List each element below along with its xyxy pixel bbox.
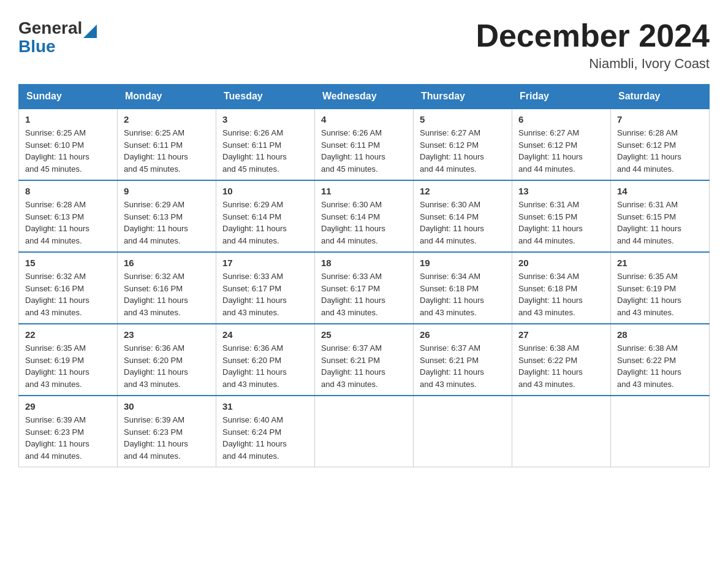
day-info: Sunrise: 6:39 AM Sunset: 6:23 PM Dayligh… <box>25 414 111 462</box>
day-info: Sunrise: 6:25 AM Sunset: 6:10 PM Dayligh… <box>25 127 111 175</box>
day-info: Sunrise: 6:35 AM Sunset: 6:19 PM Dayligh… <box>25 342 111 390</box>
calendar-cell <box>414 396 512 467</box>
day-number: 22 <box>25 329 111 340</box>
day-number: 14 <box>617 186 703 196</box>
page-header: General Blue December 2024 Niambli, Ivor… <box>18 18 710 72</box>
day-number: 16 <box>124 258 210 268</box>
day-info: Sunrise: 6:40 AM Sunset: 6:24 PM Dayligh… <box>222 414 308 462</box>
day-info: Sunrise: 6:38 AM Sunset: 6:22 PM Dayligh… <box>518 342 604 390</box>
day-info: Sunrise: 6:27 AM Sunset: 6:12 PM Dayligh… <box>518 127 604 175</box>
day-number: 1 <box>25 114 111 124</box>
col-wednesday: Wednesday <box>315 85 414 109</box>
calendar-cell <box>611 396 710 467</box>
calendar-cell: 3 Sunrise: 6:26 AM Sunset: 6:11 PM Dayli… <box>216 109 315 180</box>
day-info: Sunrise: 6:38 AM Sunset: 6:22 PM Dayligh… <box>617 342 703 390</box>
day-number: 12 <box>420 186 506 196</box>
calendar-cell: 29 Sunrise: 6:39 AM Sunset: 6:23 PM Dayl… <box>19 396 118 467</box>
col-thursday: Thursday <box>414 85 512 109</box>
day-info: Sunrise: 6:37 AM Sunset: 6:21 PM Dayligh… <box>321 342 407 390</box>
day-number: 5 <box>420 114 506 124</box>
day-info: Sunrise: 6:36 AM Sunset: 6:20 PM Dayligh… <box>124 342 210 390</box>
calendar-cell: 16 Sunrise: 6:32 AM Sunset: 6:16 PM Dayl… <box>118 252 216 324</box>
calendar-cell: 20 Sunrise: 6:34 AM Sunset: 6:18 PM Dayl… <box>512 252 611 324</box>
calendar-cell: 13 Sunrise: 6:31 AM Sunset: 6:15 PM Dayl… <box>512 180 611 252</box>
calendar-cell: 12 Sunrise: 6:30 AM Sunset: 6:14 PM Dayl… <box>414 180 512 252</box>
calendar-cell: 31 Sunrise: 6:40 AM Sunset: 6:24 PM Dayl… <box>216 396 315 467</box>
calendar-week-row: 8 Sunrise: 6:28 AM Sunset: 6:13 PM Dayli… <box>19 180 710 252</box>
day-info: Sunrise: 6:27 AM Sunset: 6:12 PM Dayligh… <box>420 127 506 175</box>
day-number: 29 <box>25 401 111 412</box>
day-number: 28 <box>617 329 703 340</box>
calendar-table: Sunday Monday Tuesday Wednesday Thursday… <box>18 84 710 467</box>
day-number: 3 <box>222 114 308 124</box>
day-number: 9 <box>124 186 210 196</box>
day-info: Sunrise: 6:26 AM Sunset: 6:11 PM Dayligh… <box>222 127 308 175</box>
day-number: 27 <box>518 329 604 340</box>
day-info: Sunrise: 6:28 AM Sunset: 6:12 PM Dayligh… <box>617 127 703 175</box>
day-number: 31 <box>222 401 308 412</box>
day-number: 24 <box>222 329 308 340</box>
day-number: 26 <box>420 329 506 340</box>
day-info: Sunrise: 6:29 AM Sunset: 6:13 PM Dayligh… <box>124 199 210 247</box>
calendar-cell: 21 Sunrise: 6:35 AM Sunset: 6:19 PM Dayl… <box>611 252 710 324</box>
day-number: 11 <box>321 186 407 196</box>
day-info: Sunrise: 6:25 AM Sunset: 6:11 PM Dayligh… <box>124 127 210 175</box>
day-info: Sunrise: 6:32 AM Sunset: 6:16 PM Dayligh… <box>124 270 210 318</box>
day-number: 20 <box>518 258 604 268</box>
calendar-cell: 27 Sunrise: 6:38 AM Sunset: 6:22 PM Dayl… <box>512 324 611 396</box>
calendar-cell: 17 Sunrise: 6:33 AM Sunset: 6:17 PM Dayl… <box>216 252 315 324</box>
day-info: Sunrise: 6:33 AM Sunset: 6:17 PM Dayligh… <box>321 270 407 318</box>
calendar-week-row: 1 Sunrise: 6:25 AM Sunset: 6:10 PM Dayli… <box>19 109 710 180</box>
day-number: 6 <box>518 114 604 124</box>
col-tuesday: Tuesday <box>216 85 315 109</box>
day-number: 18 <box>321 258 407 268</box>
calendar-cell <box>315 396 414 467</box>
day-number: 7 <box>617 114 703 124</box>
calendar-week-row: 22 Sunrise: 6:35 AM Sunset: 6:19 PM Dayl… <box>19 324 710 396</box>
day-info: Sunrise: 6:34 AM Sunset: 6:18 PM Dayligh… <box>420 270 506 318</box>
col-sunday: Sunday <box>19 85 118 109</box>
day-number: 4 <box>321 114 407 124</box>
day-number: 21 <box>617 258 703 268</box>
day-info: Sunrise: 6:26 AM Sunset: 6:11 PM Dayligh… <box>321 127 407 175</box>
day-info: Sunrise: 6:34 AM Sunset: 6:18 PM Dayligh… <box>518 270 604 318</box>
title-section: December 2024 Niambli, Ivory Coast <box>476 18 710 72</box>
day-info: Sunrise: 6:36 AM Sunset: 6:20 PM Dayligh… <box>222 342 308 390</box>
day-number: 23 <box>124 329 210 340</box>
day-info: Sunrise: 6:33 AM Sunset: 6:17 PM Dayligh… <box>222 270 308 318</box>
calendar-cell: 9 Sunrise: 6:29 AM Sunset: 6:13 PM Dayli… <box>118 180 216 252</box>
day-number: 2 <box>124 114 210 124</box>
day-number: 8 <box>25 186 111 196</box>
calendar-cell: 4 Sunrise: 6:26 AM Sunset: 6:11 PM Dayli… <box>315 109 414 180</box>
calendar-cell: 11 Sunrise: 6:30 AM Sunset: 6:14 PM Dayl… <box>315 180 414 252</box>
calendar-week-row: 29 Sunrise: 6:39 AM Sunset: 6:23 PM Dayl… <box>19 396 710 467</box>
calendar-cell <box>512 396 611 467</box>
calendar-cell: 1 Sunrise: 6:25 AM Sunset: 6:10 PM Dayli… <box>19 109 118 180</box>
logo-arrow-icon <box>83 25 97 38</box>
day-info: Sunrise: 6:31 AM Sunset: 6:15 PM Dayligh… <box>518 199 604 247</box>
calendar-week-row: 15 Sunrise: 6:32 AM Sunset: 6:16 PM Dayl… <box>19 252 710 324</box>
col-friday: Friday <box>512 85 611 109</box>
col-saturday: Saturday <box>611 85 710 109</box>
logo-general-text: General <box>18 18 82 38</box>
calendar-cell: 18 Sunrise: 6:33 AM Sunset: 6:17 PM Dayl… <box>315 252 414 324</box>
calendar-cell: 5 Sunrise: 6:27 AM Sunset: 6:12 PM Dayli… <box>414 109 512 180</box>
day-info: Sunrise: 6:31 AM Sunset: 6:15 PM Dayligh… <box>617 199 703 247</box>
day-info: Sunrise: 6:39 AM Sunset: 6:23 PM Dayligh… <box>124 414 210 462</box>
day-info: Sunrise: 6:28 AM Sunset: 6:13 PM Dayligh… <box>25 199 111 247</box>
calendar-cell: 25 Sunrise: 6:37 AM Sunset: 6:21 PM Dayl… <box>315 324 414 396</box>
calendar-cell: 7 Sunrise: 6:28 AM Sunset: 6:12 PM Dayli… <box>611 109 710 180</box>
calendar-cell: 23 Sunrise: 6:36 AM Sunset: 6:20 PM Dayl… <box>118 324 216 396</box>
calendar-cell: 19 Sunrise: 6:34 AM Sunset: 6:18 PM Dayl… <box>414 252 512 324</box>
calendar-header-row: Sunday Monday Tuesday Wednesday Thursday… <box>19 85 710 109</box>
calendar-cell: 10 Sunrise: 6:29 AM Sunset: 6:14 PM Dayl… <box>216 180 315 252</box>
calendar-cell: 2 Sunrise: 6:25 AM Sunset: 6:11 PM Dayli… <box>118 109 216 180</box>
month-title: December 2024 <box>476 18 710 53</box>
day-number: 17 <box>222 258 308 268</box>
calendar-cell: 22 Sunrise: 6:35 AM Sunset: 6:19 PM Dayl… <box>19 324 118 396</box>
svg-marker-0 <box>83 25 97 38</box>
day-info: Sunrise: 6:30 AM Sunset: 6:14 PM Dayligh… <box>420 199 506 247</box>
day-number: 30 <box>124 401 210 412</box>
day-info: Sunrise: 6:29 AM Sunset: 6:14 PM Dayligh… <box>222 199 308 247</box>
calendar-cell: 8 Sunrise: 6:28 AM Sunset: 6:13 PM Dayli… <box>19 180 118 252</box>
